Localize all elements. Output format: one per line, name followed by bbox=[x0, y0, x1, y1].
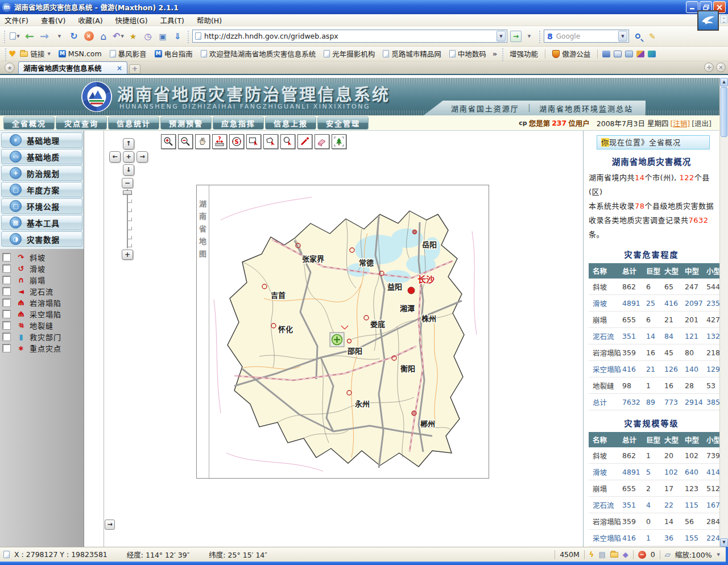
measure-distance-tool-button[interactable]: ? bbox=[212, 134, 227, 149]
links-bar-item-2[interactable]: M电台指南 bbox=[155, 48, 193, 59]
layer-checkbox[interactable] bbox=[3, 344, 10, 352]
search-input[interactable]: Google bbox=[556, 32, 618, 40]
minimize-button[interactable] bbox=[686, 1, 698, 13]
sidebar-group-0[interactable]: »基础地理 bbox=[1, 132, 82, 148]
search-box[interactable]: 8 Google ▼ bbox=[544, 30, 629, 43]
nav-tab-1[interactable]: 灾点查询 bbox=[56, 117, 107, 130]
resize-icon[interactable]: ▱ bbox=[665, 550, 671, 559]
nav-tab-6[interactable]: 安全管理 bbox=[317, 117, 369, 130]
layer-checkbox[interactable] bbox=[3, 322, 10, 329]
tab-close-all-button[interactable]: × bbox=[716, 63, 726, 72]
address-bar[interactable]: http://dzzh.hndh.gov.cn/gridweb.aspx ▼ bbox=[192, 30, 507, 43]
sidebar-group-1[interactable]: ▭基础地质 bbox=[1, 149, 82, 164]
notepad-icon[interactable] bbox=[625, 51, 633, 57]
pan-up-button[interactable]: ↑ bbox=[123, 138, 134, 149]
highlight-button[interactable]: ✎ bbox=[646, 29, 659, 44]
toolbar-overflow-chevron[interactable]: ⌄⌄ bbox=[720, 15, 727, 23]
zoom-out-slider-button[interactable]: − bbox=[122, 178, 133, 188]
pan-tool-button[interactable] bbox=[195, 134, 210, 149]
new-folder-icon[interactable] bbox=[610, 552, 618, 558]
zoom-slider-track[interactable] bbox=[122, 189, 133, 248]
toolbar-grip[interactable] bbox=[187, 30, 189, 43]
links-bar-item-1[interactable]: 暴风影音 bbox=[110, 48, 147, 59]
nav-tab-0[interactable]: 全省概况 bbox=[3, 117, 55, 130]
links-bar-item-0[interactable]: MMSN.com bbox=[59, 49, 102, 58]
pan-center-button[interactable]: + bbox=[123, 151, 134, 163]
zoom-slider-thumb[interactable] bbox=[123, 190, 132, 195]
links-bar-item-6[interactable]: 中地数码 bbox=[449, 48, 486, 59]
sidebar-group-3[interactable]: ▢年度方案 bbox=[1, 182, 82, 197]
redline-tool-button[interactable] bbox=[297, 134, 312, 149]
nav-tab-3[interactable]: 预测预警 bbox=[160, 117, 212, 130]
sidebar-group-2[interactable]: +防治规划 bbox=[1, 165, 82, 181]
window-list-button[interactable]: ▣ bbox=[156, 29, 169, 44]
layer-checkbox[interactable] bbox=[3, 333, 10, 340]
menu-item-5[interactable]: 帮助(H) bbox=[197, 15, 222, 26]
toolbar-grip[interactable] bbox=[4, 47, 7, 61]
maxthon-charity-link[interactable]: 傲游公益 bbox=[552, 48, 590, 59]
cube-icon[interactable] bbox=[648, 51, 656, 57]
favorites-heart-icon[interactable]: ♥ bbox=[9, 49, 16, 59]
pan-down-button[interactable]: ↓ bbox=[123, 164, 134, 176]
nav-tab-2[interactable]: 信息统计 bbox=[108, 117, 159, 130]
expand-right-button[interactable]: → bbox=[105, 520, 115, 530]
enhance-features-link[interactable]: 增强功能 bbox=[510, 48, 538, 59]
dept-link-land-resources[interactable]: 湖南省国土资源厅 bbox=[451, 103, 519, 114]
links-folder[interactable]: 链接▼ bbox=[20, 48, 50, 59]
refresh-button[interactable]: ↻ bbox=[67, 29, 81, 44]
map-canvas[interactable]: 张家界常德岳阳益阳长沙吉首湘潭株州怀化娄底邵阳衡阳永州郴州 bbox=[209, 185, 489, 478]
toolbar-grip[interactable] bbox=[538, 30, 541, 43]
address-url[interactable]: http://dzzh.hndh.gov.cn/gridweb.aspx bbox=[204, 32, 497, 40]
sidebar-group-5[interactable]: ▦基本工具 bbox=[1, 215, 82, 230]
search-engine-dropdown[interactable]: ▼ bbox=[618, 31, 627, 41]
zoom-out-tool-button[interactable] bbox=[178, 134, 193, 149]
new-page-button[interactable]: ▼ bbox=[8, 29, 22, 44]
zoom-level[interactable]: 缩放:100% bbox=[675, 549, 712, 560]
layer-checkbox[interactable] bbox=[3, 276, 10, 284]
layer-checkbox[interactable] bbox=[3, 299, 10, 306]
stop-button[interactable]: × bbox=[82, 29, 96, 44]
dept-link-geo-monitoring[interactable]: 湖南省地质环境监测总站 bbox=[539, 103, 633, 114]
menu-item-3[interactable]: 快捷组(G) bbox=[115, 15, 148, 26]
toolbar-grip[interactable] bbox=[501, 47, 504, 61]
pan-left-button[interactable]: ← bbox=[109, 151, 121, 163]
select-rect-tool-button[interactable] bbox=[246, 134, 261, 149]
maxthon-logo[interactable] bbox=[697, 10, 719, 31]
go-button[interactable]: → bbox=[510, 31, 522, 42]
measure-area-tool-button[interactable]: S bbox=[229, 134, 244, 149]
nav-tab-4[interactable]: 应急指挥 bbox=[213, 117, 264, 130]
menu-item-4[interactable]: 工具(T) bbox=[160, 15, 184, 26]
links-bar-item-4[interactable]: 光年摄影机构 bbox=[324, 48, 375, 59]
sidebar-group-4[interactable]: ▢环境公报 bbox=[1, 198, 82, 214]
blocked-count-icon[interactable]: − bbox=[638, 551, 646, 559]
zoom-dropdown-arrow[interactable]: ▼ bbox=[717, 552, 720, 557]
window-tool-icon[interactable] bbox=[614, 51, 622, 57]
zoom-in-tool-button[interactable] bbox=[161, 134, 176, 149]
menu-item-0[interactable]: 文件(F) bbox=[5, 15, 28, 26]
pens-icon[interactable] bbox=[636, 51, 644, 57]
nav-tab-5[interactable]: 信息上报 bbox=[265, 117, 316, 130]
layer-checkbox[interactable] bbox=[3, 254, 10, 261]
printer-icon[interactable]: ▤ bbox=[598, 550, 605, 559]
select-circle-tool-button[interactable] bbox=[280, 134, 295, 149]
links-bar-item-3[interactable]: 欢迎登陆湖南省地质灾害信息系统 bbox=[201, 48, 316, 59]
search-button[interactable] bbox=[631, 29, 644, 44]
go-dropdown[interactable]: ▼ bbox=[522, 29, 536, 44]
sidebar-group-6[interactable]: ◑灾害数据 bbox=[1, 231, 82, 247]
zoom-in-slider-button[interactable]: + bbox=[122, 250, 133, 260]
eraser-status-icon[interactable]: ◆ bbox=[623, 550, 628, 559]
scroll-thumb[interactable] bbox=[721, 87, 727, 137]
layer-checkbox[interactable] bbox=[3, 265, 10, 272]
tab-tools-button[interactable]: ✛ bbox=[704, 63, 714, 72]
logout-link[interactable]: [注销] bbox=[670, 118, 690, 128]
undo-button[interactable]: ↶▼ bbox=[111, 29, 125, 44]
page-scrollbar[interactable]: ▲ ▼ bbox=[719, 78, 728, 547]
new-tab-button[interactable]: + bbox=[129, 64, 140, 74]
address-dropdown[interactable]: ▼ bbox=[497, 31, 506, 41]
menu-item-1[interactable]: 查看(V) bbox=[41, 15, 65, 26]
scroll-up-arrow[interactable]: ▲ bbox=[720, 78, 728, 86]
toolbar-grip[interactable] bbox=[3, 30, 6, 43]
tab-close-icon[interactable]: × bbox=[117, 64, 122, 72]
proxy-icon[interactable] bbox=[602, 51, 610, 57]
layer-checkbox[interactable] bbox=[3, 288, 10, 295]
